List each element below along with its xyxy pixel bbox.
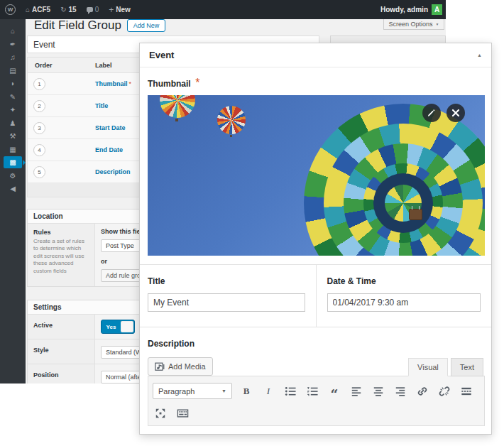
thumbnail-field: Thumbnail * xyxy=(140,67,491,264)
admin-bar: W ⌂ ACF5 ↻ 15 0 + New Howdy, admin A xyxy=(0,0,446,19)
custom-fields-icon: ▩ xyxy=(9,158,16,166)
bold-button[interactable]: B xyxy=(239,384,254,398)
pin-icon: ✒ xyxy=(10,40,16,48)
link-icon xyxy=(417,386,428,397)
sidebar-item-users[interactable]: ♟ xyxy=(4,117,22,129)
toggle-on-label: Yes xyxy=(102,324,121,330)
comment-bubble-icon: ◗ xyxy=(11,80,15,87)
title-label: Title xyxy=(148,276,165,286)
add-new-button[interactable]: Add New xyxy=(127,19,166,32)
edit-image-button[interactable] xyxy=(422,104,441,122)
editor-tabs: Visual Text xyxy=(408,357,483,376)
site-link[interactable]: ⌂ ACF5 xyxy=(21,0,55,19)
editor-media-bar: Add Media Visual Text xyxy=(148,357,483,376)
sidebar-item-pages[interactable]: ▤ xyxy=(4,65,22,77)
sidebar-item-plugins[interactable]: ✦ xyxy=(4,104,22,116)
updates-icon: ↻ xyxy=(60,6,66,13)
field-link-start-date[interactable]: Start Date xyxy=(95,124,126,131)
sidebar-item-settings[interactable]: ⚙ xyxy=(4,170,22,182)
sidebar-item-custom-fields[interactable]: ▩ xyxy=(4,156,22,168)
appearance-icon: ✎ xyxy=(10,93,16,101)
read-more-button[interactable] xyxy=(459,384,474,398)
balloon-basket xyxy=(409,209,422,220)
bullet-list-button[interactable] xyxy=(283,384,298,398)
align-right-button[interactable] xyxy=(393,384,408,398)
editor-toolbar: Paragraph ▼ B I xyxy=(148,376,485,426)
italic-button[interactable]: I xyxy=(261,384,276,398)
panel-title: Event xyxy=(149,50,174,60)
plugin-icon: ✦ xyxy=(10,106,16,114)
field-link-end-date[interactable]: End Date xyxy=(95,146,123,153)
insert-link-button[interactable] xyxy=(415,384,430,398)
blockquote-button[interactable]: “ xyxy=(327,381,342,401)
site-name: ACF5 xyxy=(32,6,50,13)
comments-link[interactable]: 0 xyxy=(82,0,104,19)
sidebar-item-settings-panel[interactable]: ▦ xyxy=(4,143,22,156)
tab-text[interactable]: Text xyxy=(451,358,483,376)
location-rules-cell: Rules Create a set of rules to determine… xyxy=(28,224,95,286)
small-balloon-graphic xyxy=(160,95,195,118)
drag-handle[interactable]: 3 xyxy=(33,122,45,134)
sidebar-item-media[interactable]: ♫ xyxy=(4,51,22,63)
align-center-button[interactable] xyxy=(371,384,386,398)
sidebar-item-dashboard[interactable]: ⌂ xyxy=(4,25,22,37)
new-content-link[interactable]: + New xyxy=(104,0,136,19)
title-input[interactable] xyxy=(148,293,305,312)
active-toggle[interactable]: Yes xyxy=(101,320,135,334)
field-link-title[interactable]: Title xyxy=(95,102,108,109)
rules-title: Rules xyxy=(33,229,89,236)
admin-sidebar: ⌂ ✒ ♫ ▤ ◗ ✎ ✦ ♟ ⚒ ▦ ▩ ⚙ ◀ xyxy=(0,19,26,384)
plus-icon: + xyxy=(109,6,114,14)
style-label: Style xyxy=(28,339,95,364)
description-label: Description xyxy=(148,339,195,349)
wrench-icon: ⚒ xyxy=(10,132,16,140)
collapse-toggle-icon[interactable]: ▲ xyxy=(477,53,482,58)
thumbnail-image xyxy=(148,95,485,256)
sidebar-item-tools[interactable]: ⚒ xyxy=(4,130,22,142)
remove-link-button[interactable] xyxy=(437,384,452,398)
sidebar-item-collapse[interactable]: ◀ xyxy=(4,183,22,195)
users-icon: ♟ xyxy=(10,119,16,127)
remove-image-button[interactable] xyxy=(447,104,465,122)
add-media-button[interactable]: Add Media xyxy=(148,357,213,376)
new-label: New xyxy=(116,6,131,13)
sidebar-item-comments[interactable]: ◗ xyxy=(4,77,22,89)
drag-handle[interactable]: 2 xyxy=(33,100,45,112)
drag-handle[interactable]: 5 xyxy=(33,166,45,178)
chevron-down-icon: ▼ xyxy=(436,22,439,26)
account-menu[interactable]: Howdy, admin A xyxy=(380,4,446,15)
avatar: A xyxy=(432,4,442,15)
bullet-list-icon xyxy=(285,386,296,397)
gear-icon: ⚙ xyxy=(10,172,16,180)
active-label: Active xyxy=(28,315,95,339)
updates-link[interactable]: ↻ 15 xyxy=(55,0,82,19)
date-time-label: Date & Time xyxy=(327,276,376,286)
numbered-list-button[interactable] xyxy=(305,384,320,398)
media-icon: ♫ xyxy=(10,53,16,61)
align-left-button[interactable] xyxy=(349,384,364,398)
post-type-select[interactable]: Post Type xyxy=(101,239,145,252)
drag-handle[interactable]: 4 xyxy=(33,144,45,156)
title-field: Title xyxy=(140,265,316,327)
drag-handle[interactable]: 1 xyxy=(33,78,45,90)
date-time-input[interactable] xyxy=(327,293,481,312)
sidebar-item-posts[interactable]: ✒ xyxy=(4,38,22,50)
date-time-field: Date & Time xyxy=(316,265,492,327)
title-date-row: Title Date & Time xyxy=(140,264,491,327)
chevron-down-icon: ▼ xyxy=(221,388,226,393)
tab-visual[interactable]: Visual xyxy=(408,358,448,376)
paragraph-select[interactable]: Paragraph ▼ xyxy=(153,383,232,399)
toolbar-toggle-button[interactable] xyxy=(175,406,190,420)
sidebar-item-appearance[interactable]: ✎ xyxy=(4,91,22,103)
field-group-title-value: Event xyxy=(33,40,55,50)
description-field: Description Add Media Visual Text xyxy=(140,327,491,426)
rules-help-text: Create a set of rules to determine which… xyxy=(33,238,89,275)
fullscreen-icon xyxy=(155,408,166,419)
order-column-header: Order xyxy=(28,62,95,69)
screen-options-button[interactable]: Screen Options ▼ xyxy=(383,19,444,30)
collapse-arrow-icon: ◀ xyxy=(10,185,16,192)
field-link-description[interactable]: Description xyxy=(95,168,131,175)
wordpress-logo-menu[interactable]: W xyxy=(0,0,21,19)
field-link-thumbnail[interactable]: Thumbnail xyxy=(95,80,128,87)
fullscreen-button[interactable] xyxy=(153,406,168,420)
